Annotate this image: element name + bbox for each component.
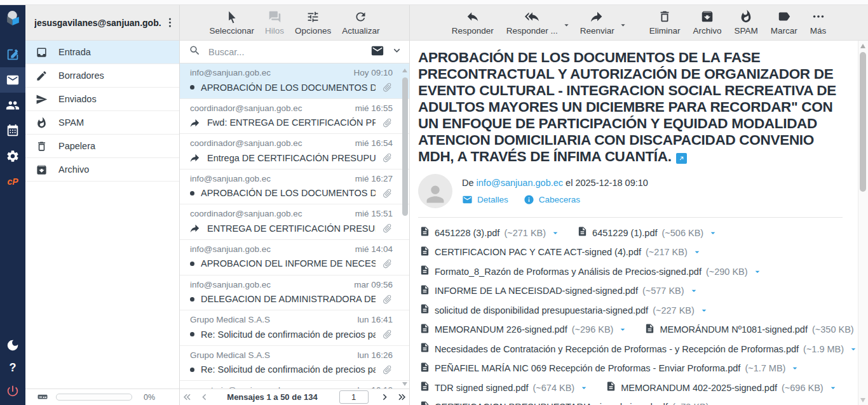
scroll-down-icon[interactable]: [860, 398, 865, 402]
message-toolbar-button[interactable]: Eliminar: [644, 5, 686, 40]
message-toolbar-button[interactable]: Responder: [447, 5, 499, 40]
next-page-button[interactable]: [379, 391, 391, 403]
rail-item-calendar[interactable]: [0, 118, 25, 143]
list-toolbar-button[interactable]: Opciones: [292, 5, 334, 40]
attachment-menu-caret-icon[interactable]: [848, 344, 858, 354]
rail-item-contacts[interactable]: [0, 93, 25, 118]
page-number-input[interactable]: 1: [339, 390, 369, 404]
folder-icon: [36, 93, 48, 105]
from-line: De info@sanjuan.gob.ec el 2025-12-18 09:…: [462, 178, 648, 188]
sender-avatar: [418, 174, 452, 208]
paperclip-icon: [382, 223, 393, 234]
attachment-row: Necesidades de Contratación y Recepción …: [419, 342, 843, 355]
sidebar-folder-item[interactable]: Entrada: [25, 41, 179, 64]
attachment-name[interactable]: PEÑAFIEL MARÍA NIC 069 Recepción de Prof…: [435, 363, 740, 373]
message-meta-action[interactable]: Detalles: [462, 194, 508, 205]
message-toolbar-button[interactable]: Archivo: [688, 5, 727, 40]
list-scrollbar-thumb[interactable]: [402, 77, 408, 216]
sidebar-folder-item[interactable]: Borradores: [25, 64, 179, 88]
message-row[interactable]: info@sanjuan.gob.ec mié 14:04 APROBACION…: [180, 240, 409, 276]
attachment-menu-caret-icon[interactable]: [689, 286, 699, 296]
attachment-name[interactable]: Necesidades de Contratación y Recepción …: [435, 344, 799, 354]
attachment-name[interactable]: MEMORÁNDUM Nº1081-signed.pdf: [660, 324, 808, 335]
open-in-new-window-icon[interactable]: [676, 153, 687, 164]
attachment-menu-caret-icon[interactable]: [618, 324, 628, 335]
logout-button[interactable]: [0, 378, 25, 404]
attachment-menu-caret-icon[interactable]: [579, 383, 589, 393]
attachment-name[interactable]: 6451228 (3).pdf: [435, 228, 499, 238]
attachment-name[interactable]: INFORME DE LA NECEISDAD-signed-signed.pd…: [435, 286, 638, 296]
action-icon: [462, 194, 473, 205]
attachment-chip: solicitud de disponibilidad presupuestar…: [419, 303, 709, 317]
attachment-menu-caret-icon[interactable]: [699, 305, 709, 315]
attachment-menu-caret-icon[interactable]: [692, 247, 702, 257]
list-toolbar-button[interactable]: Seleccionar: [207, 5, 258, 40]
message-sender: info@sanjuan.gob.ec: [190, 280, 354, 289]
account-menu-icon[interactable]: [161, 15, 178, 31]
attachment-chip: 6451228 (3).pdf (~271 KB): [419, 226, 560, 239]
sidebar-folder-item[interactable]: Papelera: [25, 135, 179, 158]
search-input[interactable]: [207, 46, 364, 58]
compose-button[interactable]: [0, 42, 25, 67]
message-row[interactable]: coordinador@sanjuan.gob.ec mié 15:51 ENT…: [180, 204, 409, 240]
list-scroll-up-icon[interactable]: [402, 69, 407, 72]
message-row[interactable]: Grupo Medical S.A.S lun 16:26 Re: Solici…: [180, 346, 409, 382]
attachment-name[interactable]: TDR signed signed.pdf: [435, 383, 529, 393]
message-subject-preview: Re: Solicitud de confirmación de precios…: [201, 364, 376, 375]
message-row[interactable]: info@sanjuan.gob.ec mié 16:27 APROBACIÓN…: [180, 169, 409, 205]
attachment-menu-caret-icon[interactable]: [828, 383, 838, 393]
sidebar-folder-item[interactable]: Archivo: [25, 158, 179, 182]
attachment-name[interactable]: 6451229 (1).pdf: [592, 228, 657, 238]
message-row[interactable]: coordinador@sanjuan.gob.ec mié 16:55 Fwd…: [180, 99, 409, 135]
attachment-name[interactable]: CERTIFICACION PAC Y CATE ACT-signed (4).…: [435, 247, 641, 257]
main-scrollbar-thumb[interactable]: [860, 52, 866, 192]
search-options-chevron-icon[interactable]: [391, 44, 403, 59]
dark-mode-button[interactable]: [0, 334, 25, 357]
main-scrollbar[interactable]: [858, 41, 868, 405]
message-toolbar-button[interactable]: Responder ...: [501, 5, 563, 40]
attachment-chip: CERTIFICACION PRESUPUESTARIA-signed-sign…: [419, 401, 724, 405]
attachment-menu-caret-icon[interactable]: [790, 363, 800, 373]
attachment-name[interactable]: MEMORANDUM 226-signed.pdf: [435, 324, 567, 335]
attachment-name[interactable]: solicitud de disponibilidad presupuestar…: [435, 305, 648, 315]
message-meta-action[interactable]: Cabeceras: [524, 194, 580, 205]
rail-item-mail[interactable]: [0, 67, 25, 93]
attachment-menu-caret-icon[interactable]: [752, 267, 763, 277]
attachment-name[interactable]: MEMORANDUM 402-2025-signed.pdf: [621, 383, 777, 393]
dropdown-caret-icon[interactable]: [618, 20, 628, 30]
message-row[interactable]: info@sanjuan.gob.ec mar 09:56 DELEGACION…: [180, 276, 409, 311]
message-row[interactable]: coordinador@sanjuan.gob.ec mié 16:54 Ent…: [180, 134, 409, 169]
attachment-row: 6451228 (3).pdf (~271 KB) 6451229 (1).pd…: [419, 226, 843, 239]
attachment-row: MEMORANDUM 226-signed.pdf (~296 KB) MEMO…: [419, 323, 843, 336]
scroll-up-icon[interactable]: [860, 44, 865, 48]
message-row[interactable]: secretaria@sanjuan.gob.ec lun 16:12: [180, 381, 409, 388]
message-sender: coordinador@sanjuan.gob.ec: [190, 103, 355, 113]
sidebar-folder-item[interactable]: SPAM: [25, 111, 179, 135]
attachment-size: (~1.7 MB): [745, 363, 785, 373]
rail-item-settings[interactable]: [0, 143, 25, 169]
message-row[interactable]: Grupo Medical S.A.S lun 16:41 Re: Solici…: [180, 310, 409, 346]
paperclip-icon: [382, 188, 393, 199]
attachment-size: (~1.9 MB): [803, 344, 844, 354]
message-toolbar-button[interactable]: Marcar: [766, 5, 803, 40]
toolbar-icon: [658, 10, 672, 23]
attachment-name[interactable]: Formato_8_Razón de Proformas y Análisis …: [435, 267, 702, 277]
message-toolbar-button[interactable]: SPAM: [729, 5, 763, 40]
message-toolbar-button[interactable]: Más: [805, 5, 832, 40]
attachment-menu-caret-icon[interactable]: [708, 228, 718, 238]
sender-email-link[interactable]: info@sanjuan.gob.ec: [477, 178, 563, 188]
message-toolbar-button[interactable]: Reenviar: [575, 5, 620, 40]
list-toolbar-button[interactable]: Actualizar: [339, 5, 383, 40]
search-scope-envelope-icon[interactable]: [370, 44, 384, 60]
sidebar-folder-item[interactable]: Enviados: [25, 88, 179, 111]
rail-item-cpanel[interactable]: cP: [0, 169, 25, 194]
message-row[interactable]: info@sanjuan.gob.ec Hoy 09:10 APROBACIÓN…: [180, 63, 409, 99]
app-logo-icon: [4, 10, 22, 29]
help-button[interactable]: ?: [0, 357, 25, 378]
dropdown-caret-icon[interactable]: [562, 20, 571, 30]
attachment-menu-caret-icon[interactable]: [550, 228, 560, 238]
attachment-menu-caret-icon[interactable]: [714, 402, 724, 405]
attachment-name[interactable]: CERTIFICACION PRESUPUESTARIA-signed-sign…: [435, 402, 668, 405]
last-page-button[interactable]: [396, 391, 408, 403]
list-scroll-down-icon[interactable]: [402, 382, 407, 386]
